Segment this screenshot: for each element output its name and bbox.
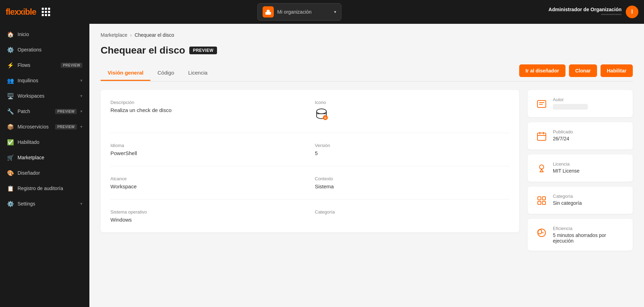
disenador-icon: 🎨	[7, 169, 14, 176]
side-info-autor: Autor	[553, 97, 588, 110]
value-alcance: Workspace	[110, 183, 305, 189]
field-divider-2	[110, 166, 509, 166]
content-right: Autor	[528, 90, 633, 256]
label-so: Sistema operativo	[110, 209, 305, 215]
side-card-licencia: Licencia MIT License	[528, 154, 633, 182]
topbar-left: flexxible	[6, 7, 50, 17]
svg-line-14	[540, 169, 542, 172]
sidebar-item-flows[interactable]: ⚡ Flows PREVIEW	[0, 57, 89, 73]
svg-rect-1	[267, 10, 270, 13]
sidebar-label-inquilinos: Inquilinos	[18, 78, 77, 83]
field-icono: Icono ⚙	[315, 100, 509, 123]
sidebar-label-flows: Flows	[18, 62, 57, 68]
field-descripcion: Descripción Realiza un check de disco	[110, 100, 305, 123]
logo: flexxible	[6, 7, 36, 17]
side-item-autor: Autor	[535, 97, 625, 110]
svg-line-15	[542, 169, 543, 172]
side-card-categoria: Categoría Sin categoría	[528, 187, 633, 214]
microservicios-preview-badge: PREVIEW	[55, 124, 77, 130]
side-value-categoria: Sin categoría	[553, 200, 582, 206]
tab-vision-general[interactable]: Visión general	[101, 65, 150, 81]
breadcrumb-current: Chequear el disco	[135, 32, 174, 38]
svg-point-13	[540, 165, 544, 169]
tab-licencia[interactable]: Licencia	[181, 65, 215, 81]
side-label-eficiencia: Eficiencia	[553, 226, 625, 231]
flows-icon: ⚡	[7, 62, 14, 69]
sidebar-item-habilitado[interactable]: ✅ Habilitado	[0, 134, 89, 150]
topbar-center: Mi organización ▾	[257, 3, 341, 21]
info-card: Descripción Realiza un check de disco Ic…	[101, 90, 519, 232]
side-value-publicado: 26/7/24	[553, 136, 573, 141]
sidebar-item-marketplace[interactable]: 🛒 Marketplace	[0, 150, 89, 165]
label-categoria-main: Categoría	[315, 209, 509, 215]
ir-al-disenador-button[interactable]: Ir al diseñador	[519, 64, 565, 77]
sidebar-item-inquilinos[interactable]: 👥 Inquilinos ▾	[0, 73, 89, 88]
side-item-categoria: Categoría Sin categoría	[535, 194, 625, 207]
eficiencia-icon	[535, 226, 548, 239]
operations-icon: ⚙️	[7, 46, 14, 53]
org-name: Mi organización	[277, 9, 331, 15]
flows-preview-badge: PREVIEW	[61, 63, 82, 68]
side-item-eficiencia: Eficiencia 5 minutos ahorrados por ejecu…	[535, 226, 625, 244]
tabs-row: Visión general Código Licencia Ir al dis…	[101, 64, 633, 82]
sidebar-label-registro: Registro de auditoría	[18, 186, 82, 191]
side-label-autor: Autor	[553, 97, 588, 102]
clonar-button[interactable]: Clonar	[569, 64, 597, 77]
registro-icon: 📋	[7, 185, 14, 192]
value-version: 5	[315, 150, 509, 156]
svg-point-2	[317, 109, 326, 114]
sidebar-item-inicio[interactable]: 🏠 Inicio	[0, 27, 89, 42]
label-idioma: Idioma	[110, 143, 305, 148]
sidebar-item-disenador[interactable]: 🎨 Diseñador	[0, 165, 89, 181]
side-card-publicado: Publicado 26/7/24	[528, 122, 633, 149]
home-icon: 🏠	[7, 31, 14, 38]
tab-codigo[interactable]: Código	[150, 65, 181, 81]
sidebar-item-microservicios[interactable]: 📦 Microservicios PREVIEW ▾	[0, 119, 89, 134]
label-icono: Icono	[315, 100, 509, 105]
marketplace-icon: 🛒	[7, 154, 14, 161]
patch-arrow-icon: ▾	[80, 109, 82, 114]
avatar[interactable]: I	[626, 6, 638, 18]
side-label-licencia: Licencia	[553, 161, 579, 167]
grid-menu-icon[interactable]	[42, 8, 50, 16]
sidebar-label-microservicios: Microservicios	[18, 124, 52, 130]
breadcrumb: Marketplace › Chequear el disco	[101, 32, 633, 38]
field-so: Sistema operativo Windows	[110, 209, 305, 223]
sidebar-label-inicio: Inicio	[18, 32, 82, 37]
side-value-licencia: MIT License	[553, 168, 579, 174]
categoria-icon	[535, 194, 548, 207]
svg-rect-17	[538, 197, 541, 200]
breadcrumb-marketplace-link[interactable]: Marketplace	[101, 32, 127, 38]
content-area: Marketplace › Chequear el disco Chequear…	[89, 24, 644, 264]
sidebar-item-patch[interactable]: 🔧 Patch PREVIEW ▾	[0, 104, 89, 119]
sidebar-item-settings[interactable]: ⚙️ Settings ▾	[0, 196, 89, 211]
sidebar-item-registro[interactable]: 📋 Registro de auditoría	[0, 181, 89, 196]
side-item-publicado: Publicado 26/7/24	[535, 129, 625, 142]
licencia-icon	[535, 162, 548, 175]
field-divider-3	[110, 199, 509, 200]
admin-title: Administrador de Organización	[549, 7, 622, 12]
sidebar-label-workspaces: Workspaces	[18, 93, 77, 99]
svg-rect-19	[538, 201, 541, 204]
publicado-icon	[535, 130, 548, 142]
habilitar-button[interactable]: Habilitar	[601, 64, 633, 77]
sidebar-item-operations[interactable]: ⚙️ Operations	[0, 42, 89, 57]
patch-icon: 🔧	[7, 108, 14, 115]
logo-text: flexxible	[6, 7, 36, 16]
side-value-eficiencia: 5 minutos ahorrados por ejecución	[553, 232, 625, 244]
page-title-row: Chequear el disco PREVIEW	[101, 45, 633, 56]
microservicios-icon: 📦	[7, 123, 14, 130]
org-selector[interactable]: Mi organización ▾	[257, 3, 341, 21]
side-info-licencia: Licencia MIT License	[553, 161, 579, 174]
main-content: Marketplace › Chequear el disco Chequear…	[89, 24, 644, 307]
value-so: Windows	[110, 217, 305, 223]
value-contexto: Sistema	[315, 183, 509, 189]
label-contexto: Contexto	[315, 176, 509, 181]
content-grid: Descripción Realiza un check de disco Ic…	[101, 90, 633, 256]
sidebar-item-workspaces[interactable]: 🖥️ Workspaces ▾	[0, 88, 89, 104]
patch-preview-badge: PREVIEW	[55, 109, 77, 114]
side-info-eficiencia: Eficiencia 5 minutos ahorrados por ejecu…	[553, 226, 625, 244]
sidebar-label-disenador: Diseñador	[18, 170, 82, 176]
svg-rect-18	[542, 197, 545, 200]
admin-email: ••••••••••••••	[549, 12, 622, 17]
